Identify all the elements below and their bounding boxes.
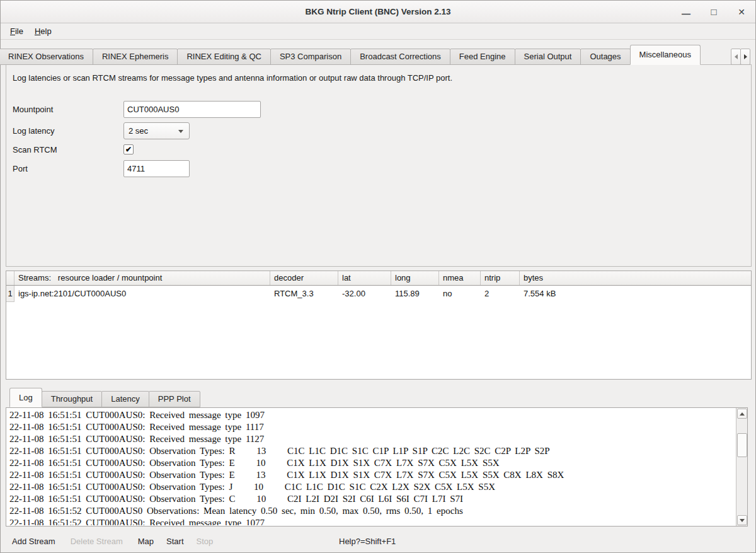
miscellaneous-pane: Log latencies or scan RTCM streams for m… (6, 64, 752, 267)
streams-header-mountpoint[interactable]: Streams: resource loader / mountpoint (14, 271, 270, 285)
table-row[interactable]: 1 igs-ip.net:2101/CUT000AUS0 RTCM_3.3 -3… (6, 286, 751, 302)
port-input[interactable] (123, 160, 190, 177)
mountpoint-label: Mountpoint (13, 101, 53, 118)
stream-long-cell: 115.89 (391, 286, 439, 302)
map-button[interactable]: Map (138, 537, 154, 546)
tab-serial-output[interactable]: Serial Output (515, 49, 581, 65)
tab-rinex-ephemeris[interactable]: RINEX Ephemeris (93, 49, 178, 65)
scrollbar-thumb[interactable] (737, 433, 747, 457)
checkmark-icon: ✔ (125, 145, 132, 154)
streams-header-lat[interactable]: lat (338, 271, 391, 285)
scrollbar-up-icon (740, 412, 745, 416)
maximize-icon[interactable]: □ (709, 8, 719, 16)
title-bar[interactable]: BKG Ntrip Client (BNC) Version 2.13 — □ … (1, 1, 755, 23)
scrollbar-down-button[interactable] (737, 515, 747, 525)
tab-rinex-observations[interactable]: RINEX Observations (0, 49, 93, 65)
menu-help[interactable]: Help (29, 25, 57, 38)
scrollbar-down-icon (740, 519, 745, 522)
tab-log[interactable]: Log (9, 388, 42, 407)
scan-rtcm-label: Scan RTCM (13, 141, 57, 158)
app-window: BKG Ntrip Client (BNC) Version 2.13 — □ … (0, 0, 756, 553)
log-line: 22-11-08 16:51:52 CUT000AUS0: Received m… (9, 517, 736, 525)
log-line: 22-11-08 16:51:51 CUT000AUS0: Received m… (9, 433, 736, 445)
log-line: 22-11-08 16:51:51 CUT000AUS0: Observatio… (9, 481, 736, 493)
streams-header-decoder[interactable]: decoder (270, 271, 338, 285)
log-latency-value: 2 sec (129, 126, 148, 136)
log-line: 22-11-08 16:51:51 CUT000AUS0: Observatio… (9, 457, 736, 469)
scrollbar-up-button[interactable] (737, 409, 747, 419)
log-frame: 22-11-08 16:51:51 CUT000AUS0: Received m… (6, 407, 748, 527)
stream-ntrip-cell: 2 (481, 286, 520, 302)
log-latency-label: Log latency (13, 122, 55, 139)
minimize-icon[interactable]: — (681, 9, 691, 18)
tab-feed-engine[interactable]: Feed Engine (450, 49, 515, 65)
row-number: 1 (6, 286, 14, 302)
stream-mountpoint-cell: igs-ip.net:2101/CUT000AUS0 (14, 286, 270, 302)
streams-table: Streams: resource loader / mountpoint de… (6, 271, 752, 380)
scroll-right-icon (744, 54, 747, 59)
tab-scroll-left-button[interactable] (731, 49, 741, 65)
close-icon[interactable]: ✕ (736, 8, 747, 16)
mountpoint-input[interactable] (123, 101, 261, 118)
log-latency-select[interactable]: 2 sec (123, 122, 190, 139)
bottom-tab-bar: Log Throughput Latency PPP Plot (10, 388, 200, 407)
log-line: 22-11-08 16:51:51 CUT000AUS0: Observatio… (9, 493, 736, 505)
pane-description: Log latencies or scan RTCM streams for m… (13, 73, 452, 83)
scroll-left-icon (735, 54, 738, 59)
streams-header-bytes[interactable]: bytes (520, 271, 751, 285)
stream-nmea-cell: no (439, 286, 481, 302)
menu-bar: File Help (1, 23, 755, 40)
log-view[interactable]: 22-11-08 16:51:51 CUT000AUS0: Received m… (7, 409, 736, 525)
add-stream-button[interactable]: Add Stream (12, 537, 55, 546)
streams-header-nmea[interactable]: nmea (439, 271, 481, 285)
main-tab-bar: RINEX Observations RINEX Ephemeris RINEX… (0, 45, 701, 65)
tab-miscellaneous[interactable]: Miscellaneous (630, 45, 701, 65)
log-line: 22-11-08 16:51:51 CUT000AUS0: Observatio… (9, 469, 736, 481)
tab-broadcast-corrections[interactable]: Broadcast Corrections (350, 49, 450, 65)
tab-scroll-buttons (731, 49, 750, 65)
dropdown-arrow-icon (178, 130, 183, 133)
log-line: 22-11-08 16:51:51 CUT000AUS0: Observatio… (9, 445, 736, 457)
tab-throughput[interactable]: Throughput (42, 391, 103, 407)
log-line: 22-11-08 16:51:51 CUT000AUS0: Received m… (9, 421, 736, 433)
log-line: 22-11-08 16:51:51 CUT000AUS0: Received m… (9, 409, 736, 421)
window-title: BKG Ntrip Client (BNC) Version 2.13 (305, 7, 450, 16)
tab-scroll-right-button[interactable] (740, 49, 750, 65)
streams-corner-cell (6, 271, 14, 285)
stop-button[interactable]: Stop (197, 537, 214, 546)
stream-decoder-cell: RTCM_3.3 (270, 286, 338, 302)
tab-ppp-plot[interactable]: PPP Plot (149, 391, 200, 407)
help-hint: Help?=Shift+F1 (339, 537, 396, 546)
bottom-toolbar: Add Stream Delete Stream Map Start Stop … (1, 530, 755, 552)
scan-rtcm-checkbox[interactable]: ✔ (123, 144, 134, 154)
stream-bytes-cell: 7.554 kB (520, 286, 751, 302)
port-label: Port (13, 160, 28, 177)
streams-header-row: Streams: resource loader / mountpoint de… (6, 271, 751, 286)
tab-sp3-comparison[interactable]: SP3 Comparison (270, 49, 351, 65)
delete-stream-button[interactable]: Delete Stream (71, 537, 123, 546)
start-button[interactable]: Start (166, 537, 183, 546)
menu-file[interactable]: File (4, 25, 29, 38)
streams-header-ntrip[interactable]: ntrip (481, 271, 520, 285)
tab-rinex-editing-qc[interactable]: RINEX Editing & QC (177, 49, 271, 65)
log-scrollbar[interactable] (736, 408, 747, 526)
tab-outages[interactable]: Outages (580, 49, 630, 65)
log-line: 22-11-08 16:51:52 CUT000AUS0 Observation… (9, 505, 736, 517)
streams-header-long[interactable]: long (391, 271, 439, 285)
tab-latency[interactable]: Latency (101, 391, 149, 407)
window-controls: — □ ✕ (681, 1, 747, 23)
stream-lat-cell: -32.00 (338, 286, 391, 302)
